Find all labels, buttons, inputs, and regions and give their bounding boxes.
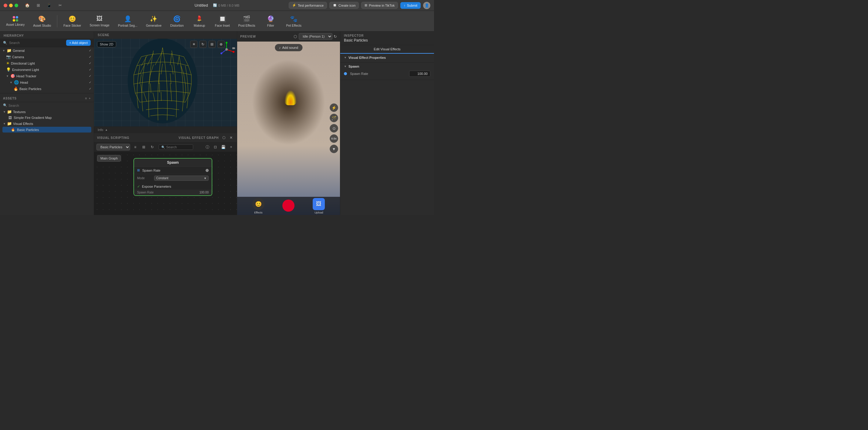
assets-add-icon[interactable]: + [89, 96, 91, 100]
basic-particles-check: ✓ [89, 87, 91, 90]
asset-studio-icon: 🎨 [38, 15, 46, 23]
vfx-info-button[interactable]: ⓘ [204, 144, 211, 150]
textures-folder-icon: 📁 [7, 110, 12, 114]
preview-tiktok-button[interactable]: ⊞ Preview in TikTok [361, 2, 398, 9]
toolbar-portrait-seg[interactable]: 👤 Portrait Seg... [114, 13, 141, 29]
tree-item-environment-light[interactable]: 💡 Environment Light ✓ [0, 66, 94, 73]
toolbar-distortion[interactable]: 🌀 Distortion [166, 13, 188, 29]
vfx-close-button[interactable]: ✕ [228, 135, 234, 141]
assets-search-input[interactable] [8, 104, 91, 108]
device-icon[interactable]: 📱 [46, 2, 52, 8]
inspector-vfx-header[interactable]: ▼ Visual Effect Properties [344, 56, 430, 59]
vfx-grid-icon[interactable]: ⊞ [141, 144, 147, 150]
preview-more-tool[interactable]: ▼ [330, 145, 338, 153]
vfx-table-button[interactable]: ⊡ [212, 144, 219, 150]
preview-expand-icon[interactable]: ⬡ [293, 34, 297, 39]
preview-viewport: ♪ Add sound ⚡ 🪄 ⊙ 0.5x ▼ 😊 Effects [237, 41, 340, 215]
upload-icon: 🖼 [313, 198, 325, 210]
close-button[interactable] [4, 4, 7, 7]
preview-icon: ⊞ [365, 3, 367, 7]
inspector-tab-visual-effects[interactable]: Edit Visual Effects [340, 45, 434, 54]
preview-scale-tool[interactable]: 0.5x [330, 134, 338, 143]
tree-item-head-tracker[interactable]: ▼ 🎯 Head Tracker ✓ [0, 73, 94, 79]
preview-lightning-tool[interactable]: ⚡ [330, 103, 338, 112]
assets-filter-icon[interactable]: ≡ [85, 96, 87, 100]
vfx-save-button[interactable]: 💾 [220, 144, 226, 150]
preview-record-button[interactable] [282, 199, 294, 213]
preview-refresh-icon[interactable]: ↻ [334, 34, 337, 39]
show-2d-button[interactable]: Show 2D [97, 41, 116, 47]
svg-point-6 [225, 48, 228, 51]
toolbar-makeup[interactable]: 💄 Makeup [189, 13, 210, 29]
maximize-button[interactable] [14, 4, 18, 7]
submit-button[interactable]: ↑ Submit [400, 2, 421, 9]
avatar[interactable]: 👤 [423, 2, 430, 9]
memory-icon: 🔄 [213, 3, 217, 7]
test-performance-button[interactable]: ⚡ Test performance [289, 2, 327, 9]
preview-upload-button[interactable]: 🖼 Upload [313, 198, 325, 214]
tree-item-camera[interactable]: 📷 Camera ✓ [0, 54, 94, 60]
toolbar-face-inset[interactable]: 🔲 Face Inset [211, 13, 234, 29]
toolbar-post-effects[interactable]: 🎬 Post Effects [235, 13, 259, 29]
spawn-rate-radio[interactable] [344, 72, 347, 75]
vfx-header: VISUAL SCRIPTING VISUAL EFFECT GRAPH ⬡ ✕ [94, 133, 237, 143]
create-icon-button[interactable]: 🔲 Create icon [329, 2, 359, 9]
add-sound-button[interactable]: ♪ Add sound [275, 44, 302, 51]
spawn-mode-dropdown[interactable]: Constant ▼ [154, 176, 209, 181]
scene-header: SCENE [94, 32, 237, 39]
main-graph-button[interactable]: Main Graph [97, 155, 121, 162]
tree-item-directional-light[interactable]: ☀ Directional Light ✓ [0, 60, 94, 66]
spawn-row-icon: ⊞ [137, 168, 140, 172]
asset-folder-visual-effects[interactable]: ▼ 📁 Visual Effects [0, 120, 94, 127]
vfx-expand-button[interactable]: ⬡ [221, 135, 226, 141]
vfx-content[interactable]: Main Graph Spawn ⊞ Spawn Rate Mode Const… [94, 152, 237, 212]
tree-item-basic-particles[interactable]: 🔥 Basic Particles ✓ [0, 86, 94, 92]
add-object-button[interactable]: + Add object [66, 40, 91, 46]
tree-item-head[interactable]: ▼ 🌐 Head ✓ [0, 79, 94, 86]
inspector-spawn-header[interactable]: ▼ Spawn [344, 65, 430, 68]
asset-folder-textures[interactable]: ▼ 📁 Textures [0, 109, 94, 115]
toolbar-face-sticker[interactable]: 😊 Face Sticker [60, 13, 85, 29]
toolbar-filter[interactable]: 🔮 Filter [260, 13, 281, 29]
vfx-right-buttons: ⓘ ⊡ 💾 + [204, 144, 235, 150]
toolbar-generative[interactable]: ✨ Generative [142, 13, 165, 29]
toolbar-asset-studio[interactable]: 🎨 Asset Studio [29, 13, 55, 29]
vfx-graph-label: VISUAL EFFECT GRAPH [179, 136, 219, 140]
layout-icon[interactable]: ⊞ [35, 2, 41, 8]
scene-viewport[interactable]: Show 2D ☀ ↻ ⊞ ⊕ Y X [94, 39, 237, 133]
preview-section-label: PREVIEW [240, 35, 292, 38]
spawn-mode-field: Mode Constant ▼ [137, 176, 209, 181]
preview-person-select[interactable]: Idle (Person 1) [299, 33, 332, 40]
preview-bubbles-tool[interactable]: ⊙ [330, 124, 338, 132]
chevron-vfx: ▼ [344, 56, 347, 59]
sound-icon: ♪ [279, 46, 281, 50]
assets-section-label: ASSETS [3, 97, 17, 100]
generative-icon: ✨ [150, 15, 157, 23]
inspector-spawn-rate-label: Spawn Rate [350, 72, 407, 75]
vfx-refresh-icon[interactable]: ↻ [149, 144, 156, 150]
scene-frame-icon[interactable]: ⊞ [208, 41, 216, 48]
vfx-search-input[interactable] [166, 145, 190, 149]
chevron-textures: ▼ [3, 111, 6, 114]
vfx-particle-select[interactable]: Basic Particles [96, 144, 130, 150]
tree-item-general[interactable]: ▼ 📁 General ✓ [0, 47, 94, 54]
scene-section-label: SCENE [98, 33, 109, 37]
tools-icon[interactable]: ✂ [57, 2, 63, 8]
asset-item-basic-particles[interactable]: 🔥 Basic Particles [2, 127, 91, 132]
head-tracker-check: ✓ [89, 74, 91, 78]
preview-effects-button[interactable]: 😊 Effects [252, 198, 265, 214]
preview-wand-tool[interactable]: 🪄 [330, 114, 338, 122]
info-label: Info [98, 128, 103, 132]
vfx-list-icon[interactable]: ≡ [132, 144, 138, 150]
vfx-add-button[interactable]: + [228, 144, 235, 150]
home-icon[interactable]: 🏠 [24, 2, 30, 8]
toolbar-screen-image[interactable]: 🖼 Screen Image [86, 13, 113, 29]
minimize-button[interactable] [9, 4, 13, 7]
toolbar-asset-library[interactable]: Asset Library [2, 14, 28, 28]
expose-parameters-row[interactable]: ✓ Expose Parameters [134, 183, 212, 189]
asset-item-fire-gradient[interactable]: 🖼 Simple Fire Gradient Map [0, 115, 94, 120]
hierarchy-search-input[interactable] [9, 41, 64, 44]
inspector-spawn-rate-value[interactable]: 100.00 [409, 71, 430, 77]
toolbar-pet-effects[interactable]: 🐾 Pet Effects [282, 13, 305, 29]
chevron-head-tracker: ▼ [6, 74, 9, 78]
